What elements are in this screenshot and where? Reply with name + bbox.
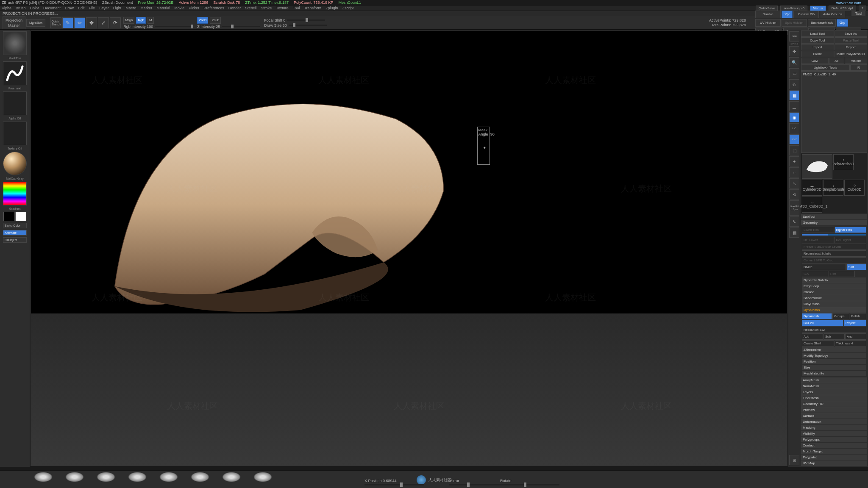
- persp-icon[interactable]: ▦: [789, 90, 799, 100]
- goz-icon[interactable]: ↯: [789, 216, 799, 227]
- menu-picker[interactable]: Picker: [189, 6, 199, 10]
- auto-groups-button[interactable]: Auto Groups: [820, 11, 845, 18]
- polyf-icon[interactable]: ▦: [789, 227, 799, 238]
- thumb-8[interactable]: [253, 472, 272, 482]
- morphtarget-head[interactable]: Morph Target: [801, 449, 867, 454]
- menu-preferences[interactable]: Preferences: [203, 6, 224, 10]
- menu-texture[interactable]: Texture: [276, 6, 289, 10]
- rgb-intensity-slider[interactable]: [155, 26, 193, 27]
- aahalf-icon[interactable]: ½: [789, 79, 799, 89]
- xyz-icon[interactable]: ✦: [789, 156, 799, 166]
- viewport[interactable]: MaskAngle=90 + 人人素材社区 人人素材社区 人人素材社区 人人素材…: [31, 30, 787, 466]
- deformation-head[interactable]: Deformation: [801, 419, 867, 424]
- paste-tool-button[interactable]: Paste Tool: [835, 37, 868, 44]
- tool-thumb-polymesh[interactable]: ✦PolyMesh3D: [833, 154, 854, 170]
- arraymesh-head[interactable]: ArrayMesh: [801, 377, 867, 383]
- polygroups-head[interactable]: Polygroups: [801, 437, 867, 442]
- geometryhd-head[interactable]: Geometry HD: [801, 401, 867, 407]
- suv-button[interactable]: Suv: [802, 271, 828, 277]
- edgeloop-head[interactable]: EdgeLoop: [802, 283, 866, 289]
- crease-pg-button[interactable]: Crease PG: [793, 11, 819, 18]
- tool-thumb-cube[interactable]: ◇Cube3D: [844, 180, 865, 196]
- thumb-3[interactable]: [97, 472, 115, 482]
- geometry-section-head[interactable]: Geometry: [801, 220, 867, 225]
- clone-button[interactable]: Clone: [801, 51, 834, 57]
- rotate-mode-button[interactable]: ⟳: [110, 17, 121, 28]
- divide-button[interactable]: Divide: [802, 264, 846, 270]
- tool-thumb-pm3d[interactable]: ▱PM3D_Cube3D_1: [802, 197, 822, 213]
- uv-hidden-button[interactable]: UV Hidden: [755, 19, 781, 27]
- menu-light[interactable]: Light: [113, 6, 122, 10]
- claypolish-head[interactable]: ClayPolish: [802, 301, 866, 307]
- menu-stroke[interactable]: Stroke: [261, 6, 272, 10]
- add-button[interactable]: Add: [802, 333, 823, 340]
- goz-all-button[interactable]: All: [829, 58, 844, 64]
- alpha-slot[interactable]: [3, 92, 27, 115]
- thumb-2[interactable]: [65, 472, 84, 482]
- fibermesh-head[interactable]: FiberMesh: [801, 395, 867, 401]
- brush-preview[interactable]: [3, 31, 27, 55]
- dynamic-subdiv-head[interactable]: Dynamic Subdiv: [802, 277, 866, 283]
- material-preview[interactable]: [3, 152, 27, 175]
- scale-mode-button[interactable]: ⤢: [98, 17, 109, 28]
- m-button[interactable]: M: [147, 17, 154, 24]
- menu-zplugin[interactable]: Zplugin: [326, 6, 338, 10]
- menu-zscript[interactable]: Zscript: [342, 6, 354, 10]
- bpr-button[interactable]: BPR: [789, 31, 799, 42]
- move-mode-button[interactable]: ✥: [86, 17, 97, 28]
- tool-thumb-cylinder[interactable]: ▬Cylinder3D: [802, 180, 822, 196]
- subtool-section-head[interactable]: SubTool: [801, 214, 867, 219]
- save-as-button[interactable]: Save As: [835, 30, 868, 37]
- layers-head[interactable]: Layers: [801, 389, 867, 395]
- groups-button[interactable]: Groups: [832, 313, 849, 319]
- goz-button[interactable]: GoZ: [801, 58, 829, 64]
- r-button[interactable]: R: [850, 64, 867, 71]
- move-icon[interactable]: ↔: [789, 167, 799, 177]
- reconstruct-subdiv-button[interactable]: Reconstruct Subdiv: [802, 250, 866, 257]
- position-head[interactable]: Position: [802, 359, 866, 364]
- visibility-head[interactable]: Visibility: [801, 431, 867, 436]
- modify-topology-head[interactable]: Modify Topology: [802, 353, 866, 358]
- polypaint-head[interactable]: Polypaint: [801, 455, 867, 460]
- double-button[interactable]: Double: [755, 11, 781, 18]
- menu-material[interactable]: Material: [156, 6, 170, 10]
- thumb-5[interactable]: [159, 472, 178, 482]
- rgb-button[interactable]: Rgb: [136, 17, 146, 24]
- edit-mode-button[interactable]: ✎: [62, 17, 73, 28]
- menu-macro[interactable]: Macro: [125, 6, 136, 10]
- menu-color[interactable]: Color: [30, 6, 39, 10]
- backfacemask-button[interactable]: BackfaceMask: [808, 19, 836, 27]
- import-button[interactable]: Import: [801, 44, 834, 50]
- menu-document[interactable]: Document: [43, 6, 61, 10]
- grp-button[interactable]: Grp: [837, 19, 848, 27]
- mirror-slider[interactable]: Mirror: [449, 479, 509, 485]
- make-polymesh-button[interactable]: Make PolyMesh3D: [835, 51, 868, 57]
- export-button[interactable]: Export: [835, 44, 868, 50]
- local-icon[interactable]: ◉: [789, 112, 799, 122]
- z-intensity-slider[interactable]: [222, 26, 260, 27]
- rstr-button[interactable]: Rstr: [829, 271, 855, 277]
- del-higher-button[interactable]: Del Higher: [835, 237, 867, 243]
- floor-icon[interactable]: ▁: [789, 101, 799, 111]
- menu-render[interactable]: Render: [228, 6, 241, 10]
- split-hidden-button[interactable]: Split Hidden: [782, 19, 807, 27]
- contact-head[interactable]: Contact: [801, 443, 867, 448]
- menu-transform[interactable]: Transform: [304, 6, 321, 10]
- fillobject-button[interactable]: FillObject: [3, 237, 27, 243]
- menu-movie[interactable]: Movie: [174, 6, 184, 10]
- freeze-subdiv-button[interactable]: Freeze SubDivision Levels: [802, 244, 866, 250]
- sub-button[interactable]: Sub: [823, 333, 845, 340]
- goz-visible-button[interactable]: Visible: [845, 58, 867, 64]
- preview-head[interactable]: Preview: [801, 407, 867, 413]
- menu-stencil[interactable]: Stencil: [245, 6, 256, 10]
- menu-tool[interactable]: Tool: [293, 6, 300, 10]
- uvmap-head[interactable]: UV Map: [801, 460, 867, 466]
- menu-marker[interactable]: Marker: [140, 6, 152, 10]
- menu-layer[interactable]: Layer: [99, 6, 109, 10]
- draw-size-slider[interactable]: [289, 25, 327, 26]
- frame-icon[interactable]: ⬚: [789, 145, 799, 155]
- crease-head[interactable]: Crease: [802, 289, 866, 295]
- linefill-icon[interactable]: Line FillL.Sym: [789, 200, 799, 216]
- project-button[interactable]: Project: [844, 320, 866, 326]
- load-tool-button[interactable]: Load Tool: [801, 30, 834, 37]
